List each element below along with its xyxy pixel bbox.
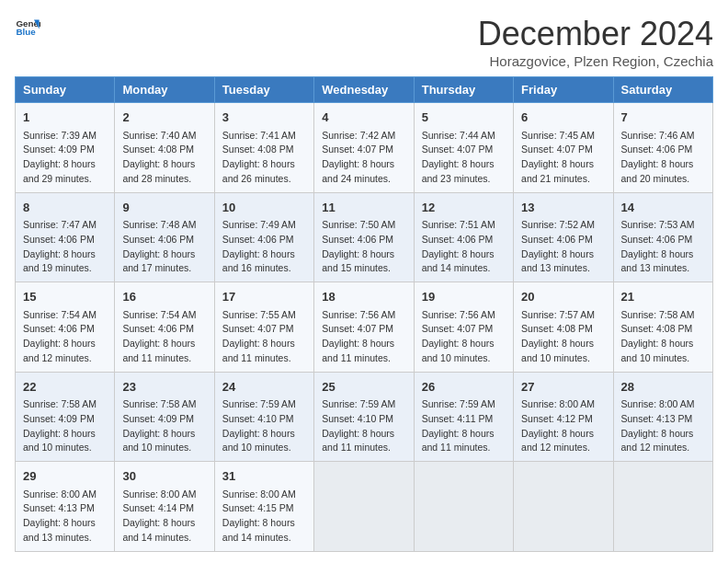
- weekday-header-row: SundayMondayTuesdayWednesdayThursdayFrid…: [16, 77, 713, 103]
- calendar-cell: 4Sunrise: 7:42 AMSunset: 4:07 PMDaylight…: [314, 103, 414, 193]
- calendar-cell: 27Sunrise: 8:00 AMSunset: 4:12 PMDayligh…: [514, 372, 613, 462]
- calendar-cell: 18Sunrise: 7:56 AMSunset: 4:07 PMDayligh…: [314, 282, 414, 373]
- calendar-cell: 23Sunrise: 7:58 AMSunset: 4:09 PMDayligh…: [115, 372, 214, 462]
- title-area: December 2024 Horazgovice, Plzen Region,…: [478, 15, 713, 69]
- day-info: Sunrise: 7:55 AMSunset: 4:07 PMDaylight:…: [222, 308, 306, 366]
- calendar-cell: [414, 462, 513, 552]
- calendar-cell: 22Sunrise: 7:58 AMSunset: 4:09 PMDayligh…: [16, 372, 115, 462]
- weekday-header-saturday: Saturday: [613, 77, 712, 103]
- day-number: 31: [222, 467, 306, 486]
- weekday-header-wednesday: Wednesday: [314, 77, 414, 103]
- calendar-cell: 30Sunrise: 8:00 AMSunset: 4:14 PMDayligh…: [115, 462, 214, 552]
- day-info: Sunrise: 7:58 AMSunset: 4:09 PMDaylight:…: [23, 397, 107, 455]
- svg-text:Blue: Blue: [16, 27, 36, 37]
- day-number: 8: [23, 199, 107, 217]
- calendar-cell: 29Sunrise: 8:00 AMSunset: 4:13 PMDayligh…: [16, 462, 115, 552]
- calendar-week-row: 8Sunrise: 7:47 AMSunset: 4:06 PMDaylight…: [16, 192, 713, 282]
- day-info: Sunrise: 7:58 AMSunset: 4:09 PMDaylight:…: [122, 397, 206, 455]
- day-number: 19: [422, 288, 506, 306]
- weekday-header-friday: Friday: [514, 77, 613, 103]
- day-number: 28: [621, 378, 705, 396]
- calendar-cell: 21Sunrise: 7:58 AMSunset: 4:08 PMDayligh…: [613, 282, 712, 373]
- day-info: Sunrise: 7:56 AMSunset: 4:07 PMDaylight:…: [322, 308, 405, 366]
- day-number: 13: [521, 199, 605, 217]
- calendar-cell: 12Sunrise: 7:51 AMSunset: 4:06 PMDayligh…: [414, 192, 513, 282]
- day-number: 21: [621, 288, 705, 306]
- weekday-header-sunday: Sunday: [16, 77, 115, 103]
- day-number: 9: [122, 199, 206, 217]
- calendar-cell: 15Sunrise: 7:54 AMSunset: 4:06 PMDayligh…: [16, 282, 115, 373]
- calendar-cell: 6Sunrise: 7:45 AMSunset: 4:07 PMDaylight…: [514, 103, 613, 193]
- calendar-cell: 5Sunrise: 7:44 AMSunset: 4:07 PMDaylight…: [414, 103, 513, 193]
- day-info: Sunrise: 7:44 AMSunset: 4:07 PMDaylight:…: [422, 129, 506, 187]
- day-number: 5: [422, 109, 506, 127]
- day-number: 27: [521, 378, 605, 396]
- calendar-cell: 14Sunrise: 7:53 AMSunset: 4:06 PMDayligh…: [613, 192, 712, 282]
- day-number: 15: [23, 288, 107, 306]
- day-number: 23: [122, 378, 206, 396]
- day-info: Sunrise: 7:46 AMSunset: 4:06 PMDaylight:…: [621, 129, 705, 187]
- weekday-header-tuesday: Tuesday: [214, 77, 313, 103]
- day-number: 6: [521, 109, 605, 127]
- day-info: Sunrise: 7:41 AMSunset: 4:08 PMDaylight:…: [222, 129, 306, 187]
- day-info: Sunrise: 7:45 AMSunset: 4:07 PMDaylight:…: [521, 129, 605, 187]
- logo-icon: General Blue: [15, 15, 40, 40]
- calendar-cell: 11Sunrise: 7:50 AMSunset: 4:06 PMDayligh…: [314, 192, 414, 282]
- weekday-header-monday: Monday: [115, 77, 214, 103]
- day-info: Sunrise: 7:48 AMSunset: 4:06 PMDaylight:…: [122, 218, 206, 276]
- day-info: Sunrise: 7:56 AMSunset: 4:07 PMDaylight:…: [422, 308, 506, 366]
- calendar-cell: 13Sunrise: 7:52 AMSunset: 4:06 PMDayligh…: [514, 192, 613, 282]
- day-number: 11: [322, 199, 405, 217]
- logo: General Blue: [15, 15, 40, 40]
- calendar-cell: 2Sunrise: 7:40 AMSunset: 4:08 PMDaylight…: [115, 103, 214, 193]
- day-number: 10: [222, 199, 306, 217]
- day-number: 17: [222, 288, 306, 306]
- day-number: 18: [322, 288, 405, 306]
- day-number: 12: [422, 199, 506, 217]
- calendar-cell: 8Sunrise: 7:47 AMSunset: 4:06 PMDaylight…: [16, 192, 115, 282]
- calendar-cell: 20Sunrise: 7:57 AMSunset: 4:08 PMDayligh…: [514, 282, 613, 373]
- day-info: Sunrise: 8:00 AMSunset: 4:13 PMDaylight:…: [23, 488, 107, 546]
- day-info: Sunrise: 7:49 AMSunset: 4:06 PMDaylight:…: [222, 218, 306, 276]
- calendar-week-row: 22Sunrise: 7:58 AMSunset: 4:09 PMDayligh…: [16, 372, 713, 462]
- calendar-cell: 3Sunrise: 7:41 AMSunset: 4:08 PMDaylight…: [214, 103, 313, 193]
- calendar-cell: 1Sunrise: 7:39 AMSunset: 4:09 PMDaylight…: [16, 103, 115, 193]
- location-subtitle: Horazgovice, Plzen Region, Czechia: [478, 53, 713, 69]
- day-info: Sunrise: 7:47 AMSunset: 4:06 PMDaylight:…: [23, 218, 107, 276]
- weekday-header-thursday: Thursday: [414, 77, 513, 103]
- calendar-week-row: 15Sunrise: 7:54 AMSunset: 4:06 PMDayligh…: [16, 282, 713, 373]
- calendar-cell: 28Sunrise: 8:00 AMSunset: 4:13 PMDayligh…: [613, 372, 712, 462]
- day-info: Sunrise: 7:53 AMSunset: 4:06 PMDaylight:…: [621, 218, 705, 276]
- calendar-table: SundayMondayTuesdayWednesdayThursdayFrid…: [15, 76, 713, 552]
- calendar-cell: 31Sunrise: 8:00 AMSunset: 4:15 PMDayligh…: [214, 462, 313, 552]
- calendar-cell: [314, 462, 414, 552]
- calendar-cell: 9Sunrise: 7:48 AMSunset: 4:06 PMDaylight…: [115, 192, 214, 282]
- day-info: Sunrise: 8:00 AMSunset: 4:13 PMDaylight:…: [621, 397, 705, 455]
- day-info: Sunrise: 7:59 AMSunset: 4:11 PMDaylight:…: [422, 397, 506, 455]
- calendar-cell: 26Sunrise: 7:59 AMSunset: 4:11 PMDayligh…: [414, 372, 513, 462]
- day-info: Sunrise: 7:54 AMSunset: 4:06 PMDaylight:…: [122, 308, 206, 366]
- day-number: 3: [222, 109, 306, 127]
- day-info: Sunrise: 8:00 AMSunset: 4:14 PMDaylight:…: [122, 488, 206, 546]
- day-number: 7: [621, 109, 705, 127]
- day-number: 25: [322, 378, 405, 396]
- day-number: 2: [122, 109, 206, 127]
- calendar-cell: 24Sunrise: 7:59 AMSunset: 4:10 PMDayligh…: [214, 372, 313, 462]
- calendar-cell: [514, 462, 613, 552]
- day-info: Sunrise: 7:52 AMSunset: 4:06 PMDaylight:…: [521, 218, 605, 276]
- day-info: Sunrise: 7:54 AMSunset: 4:06 PMDaylight:…: [23, 308, 107, 366]
- calendar-cell: 16Sunrise: 7:54 AMSunset: 4:06 PMDayligh…: [115, 282, 214, 373]
- calendar-cell: 17Sunrise: 7:55 AMSunset: 4:07 PMDayligh…: [214, 282, 313, 373]
- day-info: Sunrise: 7:57 AMSunset: 4:08 PMDaylight:…: [521, 308, 605, 366]
- day-number: 29: [23, 467, 107, 486]
- day-info: Sunrise: 7:42 AMSunset: 4:07 PMDaylight:…: [322, 129, 405, 187]
- day-number: 24: [222, 378, 306, 396]
- calendar-cell: 10Sunrise: 7:49 AMSunset: 4:06 PMDayligh…: [214, 192, 313, 282]
- day-info: Sunrise: 7:58 AMSunset: 4:08 PMDaylight:…: [621, 308, 705, 366]
- page-header: General Blue December 2024 Horazgovice, …: [15, 15, 713, 69]
- month-title: December 2024: [478, 15, 713, 53]
- day-info: Sunrise: 7:59 AMSunset: 4:10 PMDaylight:…: [322, 397, 405, 455]
- day-info: Sunrise: 8:00 AMSunset: 4:12 PMDaylight:…: [521, 397, 605, 455]
- day-number: 20: [521, 288, 605, 306]
- day-info: Sunrise: 8:00 AMSunset: 4:15 PMDaylight:…: [222, 488, 306, 546]
